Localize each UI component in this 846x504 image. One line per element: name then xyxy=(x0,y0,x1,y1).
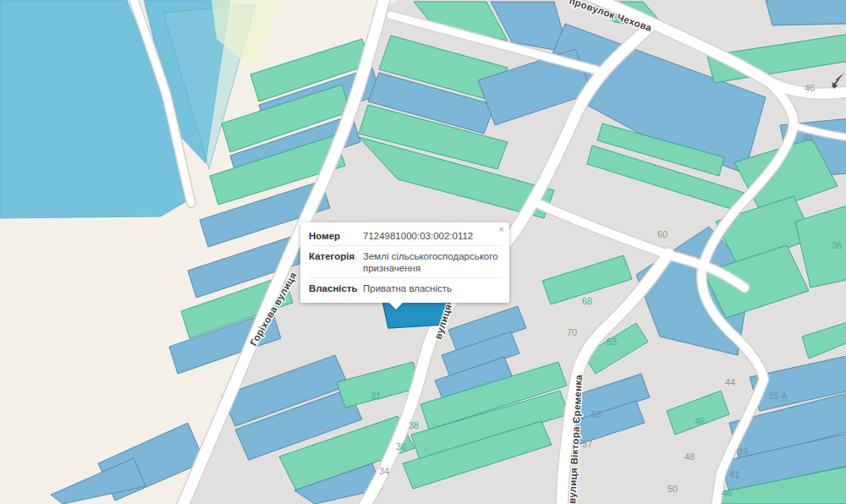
parcel-number: 41 xyxy=(803,133,813,143)
parcel-number: 36 xyxy=(396,441,406,452)
parcel-number: 46 xyxy=(695,416,705,426)
popup-row-label: Категорія xyxy=(309,250,363,274)
parcel-number: 60 xyxy=(657,229,667,239)
parcel-number: 57 xyxy=(582,439,592,449)
close-icon[interactable]: × xyxy=(499,225,504,234)
popup-pointer xyxy=(389,303,403,310)
parcel-number: 36 xyxy=(832,240,842,250)
parcel-number: 68 xyxy=(582,296,592,306)
parcel-number: 48 xyxy=(684,452,695,462)
popup-row-label: Номер xyxy=(309,230,363,242)
parcel-number: 39 xyxy=(738,446,748,457)
popup-row-label: Власність xyxy=(309,282,363,294)
parcel-number: 38 xyxy=(409,420,419,430)
parcel-number: 50 xyxy=(667,484,678,494)
parcel-number: 70 xyxy=(567,327,577,337)
popup-row-value: Приватна власність xyxy=(363,282,501,294)
parcel-number: 31 xyxy=(371,391,381,401)
parcel[interactable] xyxy=(766,0,846,25)
popup-row-number: Номер 7124981000:03:002:0112 xyxy=(309,226,501,245)
parcel[interactable] xyxy=(802,321,846,359)
parcel-number: 44 xyxy=(725,377,735,387)
parcel-info-popup: × Номер 7124981000:03:002:0112 Категорія… xyxy=(300,222,509,303)
popup-row-value: 7124981000:03:002:0112 xyxy=(363,230,501,242)
popup-row-category: Категорія Землі сільськогосподарського п… xyxy=(309,245,501,277)
parcel-number: 46 xyxy=(722,488,732,498)
parcel-number: 53 xyxy=(607,337,617,347)
parcel-number: 55 xyxy=(591,409,602,419)
parcel-number: 34 xyxy=(379,466,389,476)
popup-row-ownership: Власність Приватна власність xyxy=(309,277,501,298)
parcel-number: 46 xyxy=(805,83,815,93)
parcel-number: 41 xyxy=(729,469,739,479)
parcel[interactable] xyxy=(667,391,729,435)
popup-row-value: Землі сільськогосподарського призначення xyxy=(363,250,501,274)
cadastral-map-view[interactable]: провулок Чехова Горіхова вулиця вулиця в… xyxy=(0,0,846,504)
parcel-number: 35 А xyxy=(768,391,788,401)
